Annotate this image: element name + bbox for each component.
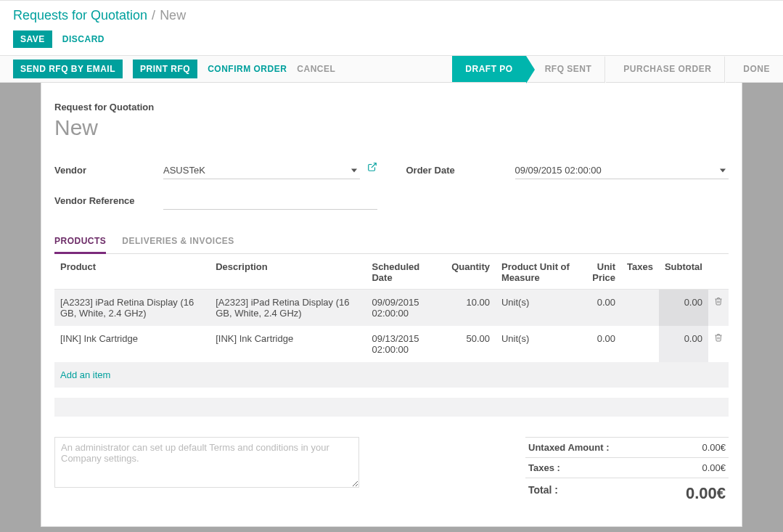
vendor-label: Vendor	[54, 162, 156, 176]
cell-uom[interactable]: Unit(s)	[496, 326, 581, 362]
cell-scheduled[interactable]: 09/13/2015 02:00:00	[366, 326, 446, 362]
breadcrumb-separator: /	[152, 8, 155, 23]
cell-product[interactable]: [A2323] iPad Retina Display (16 GB, Whit…	[54, 290, 210, 327]
breadcrumb-current: New	[160, 8, 186, 23]
taxes-value: 0.00€	[702, 462, 726, 473]
cell-unit-price[interactable]: 0.00	[581, 290, 621, 327]
order-date-input[interactable]	[515, 162, 729, 179]
taxes-label: Taxes :	[528, 462, 560, 473]
sheet-subtitle: Request for Quotation	[54, 102, 729, 112]
external-link-icon[interactable]	[367, 162, 377, 174]
breadcrumb: Requests for Quotation / New	[0, 1, 783, 28]
stage-draft-po[interactable]: DRAFT PO	[452, 56, 525, 82]
col-subtotal[interactable]: Subtotal	[659, 254, 708, 290]
terms-textarea[interactable]: An administrator can set up default Term…	[54, 437, 359, 488]
col-description[interactable]: Description	[210, 254, 366, 290]
table-row[interactable]: [INK] Ink Cartridge[INK] Ink Cartridge09…	[54, 326, 729, 362]
cell-taxes[interactable]	[621, 326, 659, 362]
stage-purchase-order[interactable]: PURCHASE ORDER	[604, 56, 724, 82]
tab-deliveries-invoices[interactable]: DELIVERIES & INVOICES	[122, 230, 234, 254]
stage-rfq-sent[interactable]: RFQ SENT	[526, 56, 605, 82]
cell-unit-price[interactable]: 0.00	[581, 326, 621, 362]
sheet-title: New	[54, 115, 729, 140]
col-product[interactable]: Product	[54, 254, 210, 290]
cell-quantity[interactable]: 10.00	[446, 290, 496, 327]
col-quantity[interactable]: Quantity	[446, 254, 496, 290]
vendor-input[interactable]	[163, 162, 360, 179]
cell-description[interactable]: [A2323] iPad Retina Display (16 GB, Whit…	[210, 290, 366, 327]
total-label: Total :	[528, 484, 558, 503]
col-uom[interactable]: Product Unit of Measure	[496, 254, 581, 290]
order-date-label: Order Date	[406, 162, 508, 176]
totals-summary: Untaxed Amount : 0.00€ Taxes : 0.00€ Tot…	[525, 437, 729, 509]
total-value: 0.00€	[686, 484, 726, 503]
cell-subtotal: 0.00	[659, 326, 708, 362]
tab-products[interactable]: PRODUCTS	[54, 230, 106, 254]
cell-quantity[interactable]: 50.00	[446, 326, 496, 362]
col-scheduled-date[interactable]: Scheduled Date	[366, 254, 446, 290]
untaxed-amount-label: Untaxed Amount :	[528, 442, 609, 453]
table-row[interactable]: [A2323] iPad Retina Display (16 GB, Whit…	[54, 290, 729, 327]
col-unit-price[interactable]: Unit Price	[581, 254, 621, 290]
svg-line-0	[371, 163, 375, 168]
cell-subtotal: 0.00	[659, 290, 708, 327]
cell-uom[interactable]: Unit(s)	[496, 290, 581, 327]
send-rfq-email-button[interactable]: SEND RFQ BY EMAIL	[13, 60, 123, 78]
trash-icon[interactable]	[708, 326, 729, 362]
cell-taxes[interactable]	[621, 290, 659, 327]
status-stages: DRAFT PO RFQ SENT PURCHASE ORDER DONE	[452, 56, 783, 82]
stage-done[interactable]: DONE	[724, 56, 783, 82]
order-lines-table: Product Description Scheduled Date Quant…	[54, 254, 729, 388]
cell-description[interactable]: [INK] Ink Cartridge	[210, 326, 366, 362]
cancel-button[interactable]: CANCEL	[297, 64, 335, 74]
untaxed-amount-value: 0.00€	[702, 442, 726, 453]
save-button[interactable]: SAVE	[13, 30, 52, 48]
breadcrumb-root-link[interactable]: Requests for Quotation	[13, 8, 147, 23]
col-taxes[interactable]: Taxes	[621, 254, 659, 290]
vendor-reference-label: Vendor Reference	[54, 192, 156, 206]
add-item-link[interactable]: Add an item	[60, 369, 110, 380]
vendor-reference-input[interactable]	[163, 192, 377, 210]
discard-button[interactable]: DISCARD	[62, 34, 104, 44]
print-rfq-button[interactable]: PRINT RFQ	[133, 60, 197, 78]
cell-scheduled[interactable]: 09/09/2015 02:00:00	[366, 290, 446, 327]
confirm-order-button[interactable]: CONFIRM ORDER	[208, 64, 287, 74]
note-input[interactable]	[54, 398, 729, 417]
trash-icon[interactable]	[708, 290, 729, 327]
cell-product[interactable]: [INK] Ink Cartridge	[54, 326, 210, 362]
